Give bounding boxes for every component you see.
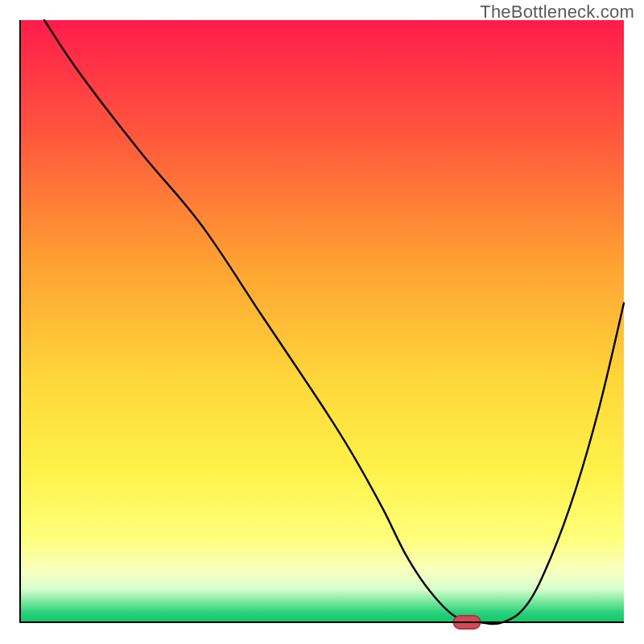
bottleneck-chart: TheBottleneck.com bbox=[0, 0, 644, 644]
plot-background bbox=[20, 20, 624, 622]
chart-svg bbox=[0, 0, 644, 644]
watermark-text: TheBottleneck.com bbox=[480, 2, 634, 23]
